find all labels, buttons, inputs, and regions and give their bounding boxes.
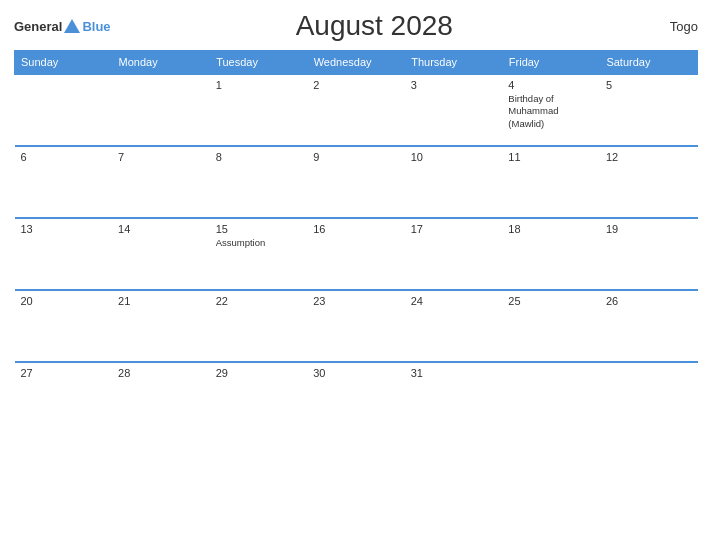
day-cell [600, 362, 698, 434]
day-number: 18 [508, 223, 594, 235]
day-number: 22 [216, 295, 302, 307]
day-cell: 31 [405, 362, 503, 434]
col-tuesday: Tuesday [210, 51, 308, 75]
day-cell: 17 [405, 218, 503, 290]
day-number: 7 [118, 151, 204, 163]
day-cell: 12 [600, 146, 698, 218]
day-number: 6 [21, 151, 107, 163]
holiday-label: Birthday of Muhammad (Mawlid) [508, 93, 594, 130]
day-cell: 21 [112, 290, 210, 362]
day-number: 15 [216, 223, 302, 235]
month-title: August 2028 [111, 10, 638, 42]
day-number: 25 [508, 295, 594, 307]
day-cell: 30 [307, 362, 405, 434]
day-number: 26 [606, 295, 692, 307]
day-number: 1 [216, 79, 302, 91]
logo-blue: Blue [82, 19, 110, 34]
day-cell: 27 [15, 362, 113, 434]
day-number: 3 [411, 79, 497, 91]
day-cell [112, 74, 210, 146]
day-cell: 26 [600, 290, 698, 362]
day-number: 21 [118, 295, 204, 307]
day-cell: 10 [405, 146, 503, 218]
header-row: Sunday Monday Tuesday Wednesday Thursday… [15, 51, 698, 75]
day-cell: 13 [15, 218, 113, 290]
day-number: 13 [21, 223, 107, 235]
day-cell: 7 [112, 146, 210, 218]
day-cell: 5 [600, 74, 698, 146]
day-cell: 23 [307, 290, 405, 362]
day-number: 9 [313, 151, 399, 163]
calendar-page: General Blue August 2028 Togo Sunday Mon… [0, 0, 712, 550]
day-cell: 18 [502, 218, 600, 290]
day-cell: 19 [600, 218, 698, 290]
day-number: 4 [508, 79, 594, 91]
calendar-body: 1234Birthday of Muhammad (Mawlid)5678910… [15, 74, 698, 434]
col-monday: Monday [112, 51, 210, 75]
week-row-5: 2728293031 [15, 362, 698, 434]
day-cell: 2 [307, 74, 405, 146]
col-wednesday: Wednesday [307, 51, 405, 75]
day-cell: 6 [15, 146, 113, 218]
day-cell: 9 [307, 146, 405, 218]
day-cell: 20 [15, 290, 113, 362]
day-cell: 4Birthday of Muhammad (Mawlid) [502, 74, 600, 146]
day-number: 16 [313, 223, 399, 235]
col-sunday: Sunday [15, 51, 113, 75]
week-row-3: 131415Assumption16171819 [15, 218, 698, 290]
logo-general: General [14, 19, 62, 34]
day-number: 31 [411, 367, 497, 379]
day-number: 24 [411, 295, 497, 307]
day-number: 14 [118, 223, 204, 235]
day-number: 17 [411, 223, 497, 235]
day-cell [502, 362, 600, 434]
day-cell: 22 [210, 290, 308, 362]
day-cell: 14 [112, 218, 210, 290]
calendar-table: Sunday Monday Tuesday Wednesday Thursday… [14, 50, 698, 434]
calendar-header: Sunday Monday Tuesday Wednesday Thursday… [15, 51, 698, 75]
logo-triangle-icon [64, 19, 80, 33]
week-row-4: 20212223242526 [15, 290, 698, 362]
day-number: 12 [606, 151, 692, 163]
day-number: 2 [313, 79, 399, 91]
day-number: 20 [21, 295, 107, 307]
week-row-2: 6789101112 [15, 146, 698, 218]
logo: General Blue [14, 19, 111, 34]
country-label: Togo [638, 19, 698, 34]
day-cell: 29 [210, 362, 308, 434]
day-number: 23 [313, 295, 399, 307]
page-header: General Blue August 2028 Togo [14, 10, 698, 42]
col-thursday: Thursday [405, 51, 503, 75]
week-row-1: 1234Birthday of Muhammad (Mawlid)5 [15, 74, 698, 146]
day-cell: 11 [502, 146, 600, 218]
day-cell: 24 [405, 290, 503, 362]
day-number: 19 [606, 223, 692, 235]
day-number: 27 [21, 367, 107, 379]
day-cell [15, 74, 113, 146]
day-number: 30 [313, 367, 399, 379]
day-number: 8 [216, 151, 302, 163]
day-number: 10 [411, 151, 497, 163]
day-cell: 25 [502, 290, 600, 362]
day-cell: 3 [405, 74, 503, 146]
holiday-label: Assumption [216, 237, 302, 249]
day-cell: 28 [112, 362, 210, 434]
day-number: 29 [216, 367, 302, 379]
day-cell: 15Assumption [210, 218, 308, 290]
col-saturday: Saturday [600, 51, 698, 75]
day-cell: 8 [210, 146, 308, 218]
day-cell: 1 [210, 74, 308, 146]
day-number: 28 [118, 367, 204, 379]
col-friday: Friday [502, 51, 600, 75]
day-cell: 16 [307, 218, 405, 290]
day-number: 11 [508, 151, 594, 163]
day-number: 5 [606, 79, 692, 91]
